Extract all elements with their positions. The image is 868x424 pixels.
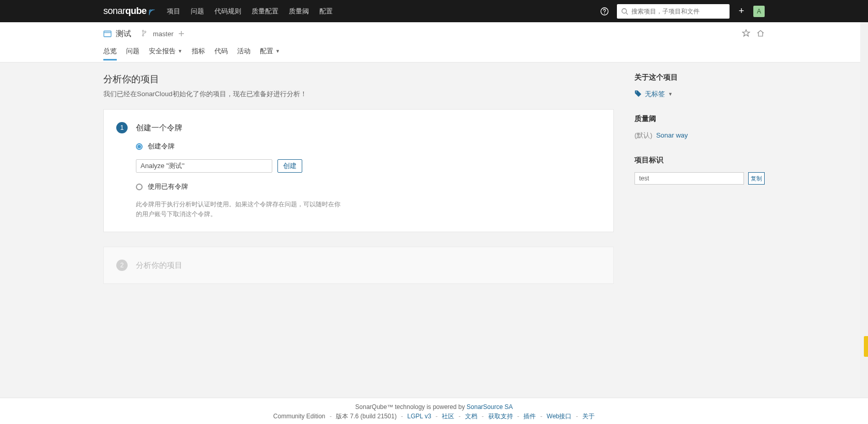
tags-selector[interactable]: 无标签 ▼: [634, 89, 765, 99]
svg-point-1: [604, 13, 605, 14]
chevron-down-icon: ▼: [668, 92, 673, 97]
main-column: 分析你的项目 我们已经在SonarCloud初始化了你的项目，现在已准备好进行分…: [103, 73, 614, 298]
footer-link-webapi[interactable]: Web接口: [547, 413, 571, 420]
user-avatar[interactable]: A: [753, 6, 765, 17]
add-branch-icon[interactable]: [178, 30, 185, 37]
create-token-button[interactable]: 创建: [277, 159, 302, 173]
nav-issues[interactable]: 问题: [191, 7, 204, 16]
search-input[interactable]: [631, 8, 725, 15]
svg-rect-4: [104, 31, 111, 37]
footer-link-license[interactable]: LGPL v3: [407, 413, 431, 420]
tab-measures[interactable]: 指标: [192, 47, 205, 60]
side-column: 关于这个项目 无标签 ▼ 质量阈 (默认) Sonar way 项目标识 复制: [634, 73, 765, 200]
feedback-tab[interactable]: [864, 336, 868, 357]
radio-unchecked-icon: [136, 184, 143, 190]
project-key-title: 项目标识: [634, 156, 765, 165]
step2-card: 2 分析你的项目: [103, 247, 614, 284]
radio-use-existing-token[interactable]: 使用已有令牌: [136, 182, 601, 191]
token-name-input[interactable]: [136, 159, 272, 173]
branch-name[interactable]: master: [153, 30, 174, 38]
footer: SonarQube™ technology is powered by Sona…: [0, 398, 868, 424]
svg-point-7: [143, 35, 144, 36]
svg-point-8: [145, 31, 146, 33]
top-navbar: sonarqube 项目 问题 代码规则 质量配置 质量阈 配置 + A: [0, 0, 868, 22]
project-tabs: 总览 问题 安全报告▼ 指标 代码 活动 配置▼: [103, 45, 765, 62]
chevron-down-icon: ▼: [178, 49, 182, 54]
svg-marker-11: [742, 29, 750, 36]
set-home-icon[interactable]: [756, 29, 765, 39]
footer-line1-text: SonarQube™ technology is powered by: [355, 403, 467, 411]
footer-version: 版本 7.6 (build 21501): [336, 413, 396, 420]
nav-rules[interactable]: 代码规则: [214, 7, 241, 16]
step1-title: 创建一个令牌: [136, 123, 182, 133]
search-box[interactable]: [617, 4, 730, 19]
footer-link-community[interactable]: 社区: [442, 413, 454, 420]
footer-sonarsource-link[interactable]: SonarSource SA: [467, 403, 513, 411]
create-button[interactable]: +: [737, 7, 746, 16]
project-name[interactable]: 测试: [116, 29, 131, 39]
tab-settings[interactable]: 配置▼: [260, 47, 280, 60]
nav-profiles[interactable]: 质量配置: [252, 7, 278, 16]
footer-edition: Community Edition: [273, 413, 326, 420]
quality-gate-title: 质量阈: [634, 114, 765, 124]
step2-title: 分析你的项目: [136, 261, 182, 270]
tab-overview[interactable]: 总览: [103, 47, 117, 60]
gate-default-label: (默认): [634, 131, 653, 139]
radio-create-token[interactable]: 创建令牌: [136, 142, 601, 151]
chevron-down-icon: ▼: [275, 49, 280, 54]
project-icon: [103, 29, 112, 38]
footer-link-support[interactable]: 获取支持: [488, 413, 513, 420]
page-description: 我们已经在SonarCloud初始化了你的项目，现在已准备好进行分析！: [103, 89, 614, 99]
tab-activity[interactable]: 活动: [237, 47, 251, 60]
project-header: 测试 master 总览 问题 安全报告▼ 指标 代码 活动 配置▼: [0, 22, 868, 63]
gate-link[interactable]: Sonar way: [656, 131, 688, 139]
step1-badge: 1: [116, 122, 128, 133]
project-key-input[interactable]: [634, 172, 744, 185]
about-title: 关于这个项目: [634, 73, 765, 82]
svg-line-3: [626, 12, 628, 14]
help-icon[interactable]: [600, 7, 609, 16]
footer-link-docs[interactable]: 文档: [465, 413, 477, 420]
scrollbar[interactable]: [860, 0, 868, 424]
nav-admin[interactable]: 配置: [319, 7, 333, 16]
tag-icon: [634, 90, 642, 99]
page-title: 分析你的项目: [103, 73, 614, 85]
favorite-star-icon[interactable]: [742, 29, 750, 39]
nav-gates[interactable]: 质量阈: [289, 7, 309, 16]
search-icon: [621, 8, 628, 15]
svg-point-2: [622, 8, 627, 13]
token-hint: 此令牌用于执行分析时认证时使用。如果这个令牌存在问题，可以随时在你的用户账号下取…: [136, 200, 343, 219]
brand-logo[interactable]: sonarqube: [103, 6, 156, 17]
topnav-right: + A: [600, 0, 765, 22]
tab-code[interactable]: 代码: [214, 47, 228, 60]
tab-issues[interactable]: 问题: [126, 47, 140, 60]
brand-waves-icon: [148, 8, 156, 15]
nav-projects[interactable]: 项目: [167, 7, 180, 16]
tab-security[interactable]: 安全报告▼: [149, 47, 182, 60]
step2-badge: 2: [116, 260, 128, 271]
footer-link-plugins[interactable]: 插件: [523, 413, 536, 420]
footer-link-about[interactable]: 关于: [582, 413, 595, 420]
branch-icon: [142, 29, 147, 38]
brand-sonar: sonar: [103, 6, 126, 17]
step1-card: 1 创建一个令牌 创建令牌 创建 使用已有令牌 此令牌用于执行分析时认证时使用。…: [103, 109, 614, 232]
brand-qube: qube: [126, 6, 147, 17]
radio-checked-icon: [136, 143, 143, 150]
copy-key-button[interactable]: 复制: [748, 172, 765, 185]
svg-point-6: [143, 30, 144, 32]
